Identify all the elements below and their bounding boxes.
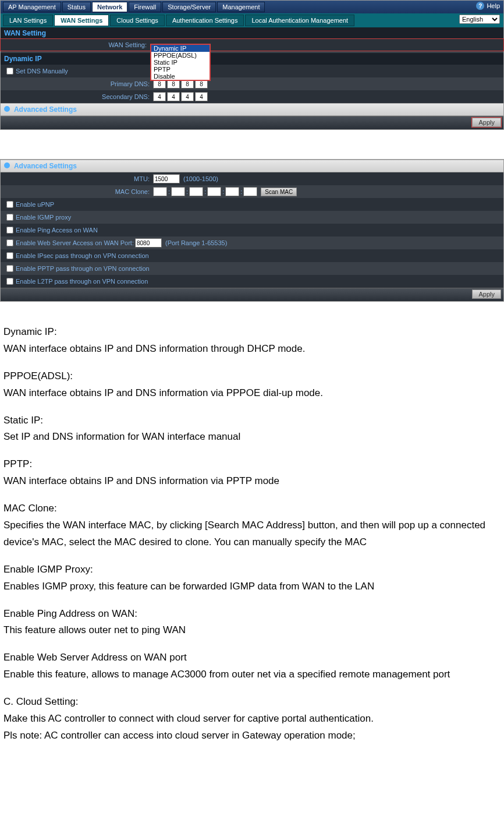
top-nav: AP Management Status Network Firewall St… [1, 1, 503, 13]
row-ipsec: Enable IPsec pass through on VPN connect… [1, 249, 503, 262]
doc-webserver-body: Enable this feature, allows to manage AC… [3, 666, 501, 683]
row-ping: Enable Ping Access on WAN [1, 224, 503, 236]
doc-igmp-title: Enable IGMP Proxy: [3, 561, 501, 578]
section-advanced-settings[interactable]: Advanced Settings [1, 103, 503, 116]
apply-button-2[interactable]: Apply [472, 289, 501, 299]
tab-network[interactable]: Network [92, 2, 127, 12]
wan-panel: WAN Setting WAN Setting: Dynamic IP PPPO… [1, 27, 503, 129]
row-upnp: Enable uPNP [1, 198, 503, 211]
doc-webserver-title: Enable Web Server Address on WAN port [3, 649, 501, 666]
dd-opt-dynamic-ip[interactable]: Dynamic IP [151, 45, 210, 52]
dd-opt-disable[interactable]: Disable [151, 73, 210, 80]
doc-pppoe-body: WAN interface obtains IP and DNS informa… [3, 385, 501, 402]
expand-icon [4, 106, 10, 112]
dd-opt-pptp[interactable]: PPTP [151, 66, 210, 73]
help-label: Help [487, 2, 500, 9]
mtu-hint: (1000-1500) [183, 175, 218, 182]
mac-2[interactable] [171, 187, 185, 196]
mtu-label: MTU: [4, 175, 153, 182]
row-igmp: Enable IGMP proxy [1, 211, 503, 224]
language-select[interactable]: English [459, 15, 500, 24]
subtab-auth-settings[interactable]: Authentication Settings [166, 15, 244, 26]
screenshot-wan-setting: AP Management Status Network Firewall St… [0, 0, 504, 130]
help-link[interactable]: ? Help [476, 2, 500, 10]
doc-pptp-title: PPTP: [3, 456, 501, 473]
advanced-panel: Advanced Settings MTU: (1000-1500) MAC C… [1, 160, 503, 301]
dd-opt-static-ip[interactable]: Static IP [151, 59, 210, 66]
collapse-icon [4, 163, 10, 168]
mtu-input[interactable] [153, 174, 180, 183]
chk-l2tp[interactable] [6, 278, 13, 285]
mac-5[interactable] [225, 187, 239, 196]
mac-4[interactable] [207, 187, 221, 196]
doc-ping-title: Enable Ping Address on WAN: [3, 606, 501, 623]
doc-pppoe-title: PPPOE(ADSL): [3, 368, 501, 385]
row-mtu: MTU: (1000-1500) [1, 172, 503, 185]
row-pptp: Enable PPTP pass through on VPN connecti… [1, 262, 503, 275]
section-advanced-settings-2[interactable]: Advanced Settings [1, 160, 503, 172]
lbl-igmp: Enable IGMP proxy [16, 214, 71, 221]
secondary-dns-4[interactable] [195, 92, 208, 101]
doc-ping-body: This feature allows outer net to ping WA… [3, 622, 501, 639]
help-icon: ? [476, 2, 484, 10]
footer-bar: Apply [1, 116, 503, 129]
subtab-lan-settings[interactable]: LAN Settings [3, 15, 53, 26]
row-secondary-dns: Secondary DNS: [1, 90, 503, 103]
row-wan-setting: WAN Setting: Dynamic IP PPPOE(ADSL) Stat… [1, 39, 503, 51]
mac-3[interactable] [189, 187, 203, 196]
chk-ipsec[interactable] [6, 252, 13, 259]
doc-cloud-body1: Make this AC controller to connect with … [3, 711, 501, 727]
tab-storage-server[interactable]: Storage/Server [162, 2, 216, 12]
subtab-wan-settings[interactable]: WAN Settings [54, 15, 109, 26]
chk-set-dns-manually[interactable] [6, 68, 13, 75]
doc-cloud-body2: Pls note: AC controller can access into … [3, 727, 501, 744]
doc-mac-clone-title: MAC Clone: [3, 500, 501, 517]
chk-pptp[interactable] [6, 265, 13, 272]
lbl-web-port: Enable Web Server Access on WAN Port: [16, 239, 134, 246]
tab-ap-management[interactable]: AP Management [3, 2, 61, 12]
tab-status[interactable]: Status [62, 2, 91, 12]
advanced-settings-label-2: Advanced Settings [14, 162, 77, 170]
lbl-ping: Enable Ping Access on WAN [16, 227, 98, 234]
subtab-cloud-settings[interactable]: Cloud Settings [110, 15, 165, 26]
row-l2tp: Enable L2TP pass through on VPN connecti… [1, 275, 503, 288]
documentation-text: Dynamic IP: WAN interface obtains IP and… [0, 308, 504, 756]
wan-setting-label: WAN Setting: [1, 41, 150, 48]
scan-mac-button[interactable]: Scan MAC [261, 188, 297, 196]
dd-opt-pppoe[interactable]: PPPOE(ADSL) [151, 52, 210, 59]
section-wan-setting: WAN Setting [1, 27, 503, 39]
sub-nav: LAN Settings WAN Settings Cloud Settings… [1, 13, 503, 27]
lbl-upnp: Enable uPNP [16, 201, 54, 208]
secondary-dns-3[interactable] [181, 92, 194, 101]
lbl-ipsec: Enable IPsec pass through on VPN connect… [16, 252, 149, 259]
wan-setting-dropdown[interactable]: Dynamic IP PPPOE(ADSL) Static IP PPTP Di… [150, 44, 211, 81]
secondary-dns-1[interactable] [153, 92, 166, 101]
screenshot-advanced-settings: Advanced Settings MTU: (1000-1500) MAC C… [0, 159, 504, 302]
chk-upnp[interactable] [6, 201, 13, 208]
secondary-dns-label: Secondary DNS: [4, 93, 153, 100]
chk-ping[interactable] [6, 227, 13, 234]
language-dropdown[interactable]: English [459, 15, 500, 24]
doc-static-ip-body: Set IP and DNS information for WAN inter… [3, 429, 501, 446]
doc-pptp-body: WAN interface obtains IP and DNS informa… [3, 473, 501, 490]
mac-6[interactable] [243, 187, 257, 196]
mac-1[interactable] [153, 187, 167, 196]
primary-dns-label: Primary DNS: [4, 80, 153, 87]
apply-button[interactable]: Apply [472, 118, 501, 127]
row-primary-dns: Primary DNS: [1, 77, 503, 90]
web-port-input[interactable] [135, 238, 162, 248]
lbl-pptp: Enable PPTP pass through on VPN connecti… [16, 265, 150, 272]
chk-igmp[interactable] [6, 214, 13, 221]
tab-firewall[interactable]: Firewall [129, 2, 161, 12]
doc-dynamic-ip-title: Dynamic IP: [3, 324, 501, 341]
tab-management[interactable]: Management [217, 2, 265, 12]
chk-web-port[interactable] [6, 239, 13, 246]
row-mac-clone: MAC Clone: : : : : : Scan MAC [1, 185, 503, 198]
secondary-dns-2[interactable] [167, 92, 180, 101]
section-dynamic-ip: Dynamic IP [1, 53, 503, 65]
web-port-hint: (Port Range 1-65535) [165, 239, 227, 246]
doc-static-ip-title: Static IP: [3, 412, 501, 429]
doc-mac-clone-body: Specifies the WAN interface MAC, by clic… [3, 517, 501, 551]
lbl-set-dns-manually: Set DNS Manually [16, 68, 68, 75]
subtab-local-auth-mgmt[interactable]: Local Authentication Management [245, 15, 354, 26]
